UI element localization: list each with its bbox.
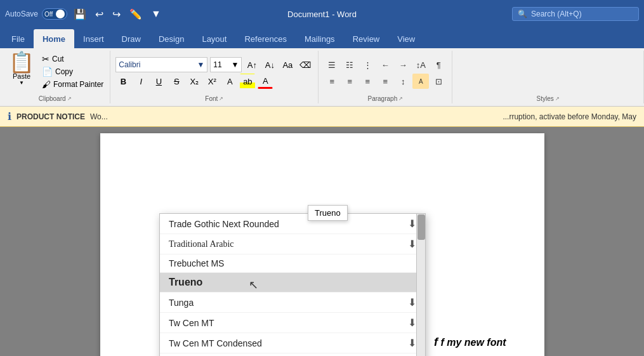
document-area: ℹ PRODUCT NOTICE Wo... ...rruption, acti… bbox=[0, 107, 644, 356]
numbering-button[interactable]: ☷ bbox=[341, 57, 358, 72]
italic-button[interactable]: I bbox=[133, 74, 148, 89]
styles-expand-icon[interactable]: ↗ bbox=[555, 96, 560, 102]
download-icon[interactable]: ⬇ bbox=[408, 296, 416, 308]
show-hide-button[interactable]: ¶ bbox=[430, 57, 447, 72]
styles-group-label: Styles ↗ bbox=[537, 95, 560, 103]
tab-design[interactable]: Design bbox=[150, 29, 193, 48]
undo-icon[interactable]: ↩ bbox=[93, 6, 106, 23]
strikethrough-button[interactable]: S bbox=[169, 74, 184, 89]
font-size-value: 11 bbox=[213, 60, 221, 69]
copy-icon: 📄 bbox=[42, 67, 53, 77]
search-box[interactable]: 🔍 Search (Alt+Q) bbox=[512, 7, 639, 21]
notice-icon: ℹ bbox=[8, 110, 11, 122]
font-dropdown-scrollbar[interactable] bbox=[416, 214, 425, 356]
sort-button[interactable]: ↕A bbox=[412, 57, 429, 72]
align-center-button[interactable]: ≡ bbox=[341, 74, 358, 89]
tab-file[interactable]: File bbox=[3, 29, 34, 48]
paragraph-expand-icon[interactable]: ↗ bbox=[398, 96, 403, 102]
align-right-button[interactable]: ≡ bbox=[359, 74, 376, 89]
font-tooltip: Trueno bbox=[308, 205, 348, 221]
align-buttons-row: ≡ ≡ ≡ ≡ ↕ A ⊡ bbox=[324, 74, 447, 89]
font-name-arrow: ▼ bbox=[197, 60, 204, 69]
decrease-indent-button[interactable]: ← bbox=[377, 57, 393, 72]
font-item-name: Tunga bbox=[169, 298, 408, 308]
text-effects-button[interactable]: A bbox=[222, 74, 237, 89]
list-buttons-row: ☰ ☷ ⋮ ← → ↕A ¶ bbox=[324, 57, 447, 72]
superscript-button[interactable]: X² bbox=[204, 74, 220, 89]
tab-view[interactable]: View bbox=[388, 29, 424, 48]
shading-button[interactable]: A bbox=[412, 74, 429, 89]
tab-home[interactable]: Home bbox=[34, 29, 74, 48]
title-bar-left: AutoSave Off 💾 ↩ ↪ ✏️ ▼ bbox=[5, 6, 164, 23]
grow-font-button[interactable]: A↑ bbox=[244, 57, 260, 72]
font-item-tunga[interactable]: Tunga ⬇ bbox=[160, 293, 425, 313]
download-icon[interactable]: ⬇ bbox=[408, 218, 416, 230]
download-icon[interactable]: ⬇ bbox=[408, 317, 416, 329]
styles-group: Styles ↗ bbox=[452, 51, 644, 103]
text-highlight-button[interactable]: ab bbox=[240, 74, 255, 89]
autosave-label: AutoSave bbox=[5, 10, 38, 18]
font-item-trebuchet[interactable]: Trebuchet MS bbox=[160, 254, 425, 273]
format-painter-button[interactable]: 🖌 Format Painter bbox=[41, 79, 105, 90]
customize-icon[interactable]: ▼ bbox=[148, 6, 164, 22]
font-item-tw-cen-mt-condensed-extra-bold[interactable]: Tw Cen MT Condensed Extra Bold ⬇ bbox=[160, 353, 425, 356]
shrink-font-button[interactable]: A↓ bbox=[262, 57, 277, 72]
clipboard-group: 📋 Paste ▼ ✂ Cut 📄 Copy 🖌 Format Painter bbox=[0, 51, 110, 103]
redo-icon[interactable]: ↪ bbox=[110, 6, 123, 23]
increase-indent-button[interactable]: → bbox=[395, 57, 411, 72]
font-content: Calibri ▼ 11 ▼ A↑ A↓ Aa ⌫ B I U S X₂ X² … bbox=[115, 51, 313, 95]
justify-button[interactable]: ≡ bbox=[377, 74, 393, 89]
autosave-knob bbox=[56, 10, 65, 18]
multilevel-list-button[interactable]: ⋮ bbox=[359, 57, 376, 72]
product-notice: ℹ PRODUCT NOTICE Wo... ...rruption, acti… bbox=[0, 107, 644, 127]
font-size-dropdown[interactable]: 11 ▼ bbox=[210, 57, 242, 72]
font-name-value: Calibri bbox=[119, 60, 140, 69]
tab-review[interactable]: Review bbox=[344, 29, 389, 48]
font-item-name: Traditional Arabic bbox=[169, 239, 408, 249]
save-icon[interactable]: 💾 bbox=[71, 6, 89, 23]
tab-layout[interactable]: Layout bbox=[193, 29, 235, 48]
download-icon[interactable]: ⬇ bbox=[408, 238, 416, 250]
clipboard-expand-icon[interactable]: ↗ bbox=[67, 96, 72, 102]
cut-icon: ✂ bbox=[42, 54, 49, 64]
font-group: Calibri ▼ 11 ▼ A↑ A↓ Aa ⌫ B I U S X₂ X² … bbox=[110, 51, 319, 103]
format-painter-icon: 🖌 bbox=[42, 79, 51, 89]
cut-button[interactable]: ✂ Cut bbox=[41, 53, 105, 65]
tab-insert[interactable]: Insert bbox=[74, 29, 113, 48]
font-item-trueno[interactable]: Trueno bbox=[160, 273, 425, 293]
borders-button[interactable]: ⊡ bbox=[430, 74, 447, 89]
font-expand-icon[interactable]: ↗ bbox=[219, 96, 223, 102]
font-dropdown: Trade Gothic Next Rounded ⬇ Traditional … bbox=[159, 213, 426, 356]
font-color-button[interactable]: A bbox=[258, 74, 273, 89]
align-left-button[interactable]: ≡ bbox=[324, 74, 340, 89]
underline-button[interactable]: U bbox=[151, 74, 166, 89]
line-spacing-button[interactable]: ↕ bbox=[395, 74, 411, 89]
subscript-button[interactable]: X₂ bbox=[187, 74, 202, 89]
download-icon[interactable]: ⬇ bbox=[408, 337, 416, 349]
title-bar: AutoSave Off 💾 ↩ ↪ ✏️ ▼ Document1 - Word… bbox=[0, 0, 644, 28]
font-name-dropdown[interactable]: Calibri ▼ bbox=[115, 57, 207, 72]
copy-label: Copy bbox=[55, 67, 73, 76]
copy-button[interactable]: 📄 Copy bbox=[41, 66, 105, 77]
tab-mailings[interactable]: Mailings bbox=[296, 29, 344, 48]
bold-button[interactable]: B bbox=[115, 74, 131, 89]
tab-draw[interactable]: Draw bbox=[113, 29, 150, 48]
font-item-trade-gothic[interactable]: Trade Gothic Next Rounded ⬇ bbox=[160, 214, 425, 234]
font-group-label: Font ↗ bbox=[205, 95, 223, 103]
font-item-traditional-arabic[interactable]: Traditional Arabic ⬇ bbox=[160, 234, 425, 254]
draw-icon[interactable]: ✏️ bbox=[127, 6, 145, 23]
ribbon-tabs: File Home Insert Draw Design Layout Refe… bbox=[0, 28, 644, 48]
clipboard-small-buttons: ✂ Cut 📄 Copy 🖌 Format Painter bbox=[41, 51, 105, 90]
autosave-toggle[interactable]: Off bbox=[42, 8, 67, 20]
clear-formatting-button[interactable]: ⌫ bbox=[298, 57, 313, 72]
bullets-button[interactable]: ☰ bbox=[324, 57, 340, 72]
paste-button[interactable]: 📋 Paste ▼ bbox=[5, 51, 38, 87]
title-bar-right: 🔍 Search (Alt+Q) bbox=[512, 7, 639, 21]
tab-references[interactable]: References bbox=[235, 29, 295, 48]
font-item-tw-cen-mt-condensed[interactable]: Tw Cen MT Condensed ⬇ bbox=[160, 333, 425, 353]
cut-label: Cut bbox=[52, 55, 64, 63]
notice-text: Wo... bbox=[90, 112, 108, 121]
font-item-tw-cen-mt[interactable]: Tw Cen MT ⬇ bbox=[160, 313, 425, 333]
change-case-button[interactable]: Aa bbox=[280, 57, 295, 72]
font-item-name: Trueno bbox=[169, 277, 416, 288]
